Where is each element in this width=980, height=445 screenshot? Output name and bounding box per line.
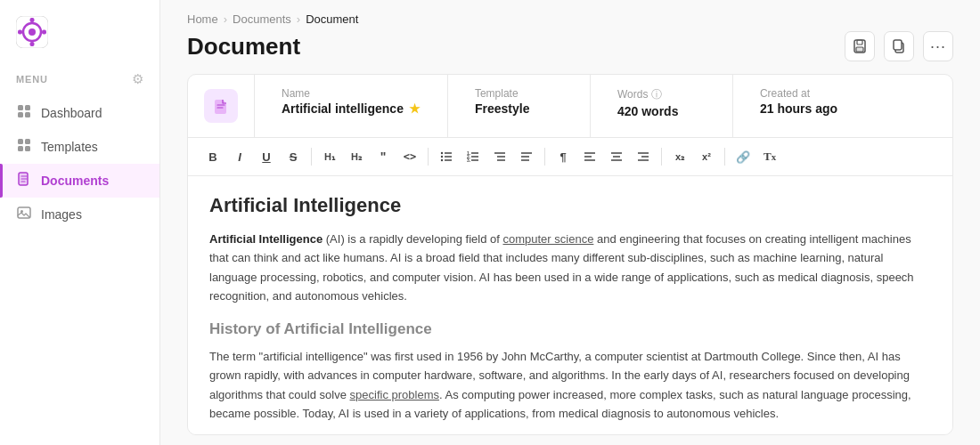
doc-heading-1: Artificial Intelligence	[209, 194, 931, 217]
copy-icon	[892, 39, 906, 53]
more-button[interactable]: ···	[923, 31, 953, 61]
breadcrumb-current: Document	[306, 12, 358, 26]
sidebar-item-documents-label: Documents	[41, 174, 109, 188]
doc-history-link[interactable]: specific problems	[350, 388, 439, 401]
main-content: Home › Documents › Document Document ···	[160, 0, 980, 445]
svg-rect-13	[18, 146, 23, 151]
blockquote-button[interactable]: "	[371, 144, 396, 169]
doc-template-field: Template Freestyle	[448, 75, 591, 137]
created-value: 21 hours ago	[760, 101, 926, 116]
superscript-button[interactable]: x²	[694, 144, 719, 169]
template-label: Template	[475, 87, 563, 100]
align-center-button[interactable]	[604, 144, 629, 169]
images-icon	[16, 206, 32, 223]
clear-format-button[interactable]: Tx	[757, 144, 782, 169]
align-right-button[interactable]	[631, 144, 656, 169]
doc-content: Artificial Intelligence Artificial Intel…	[188, 176, 952, 434]
name-label: Name	[282, 87, 421, 100]
italic-button[interactable]: I	[227, 144, 252, 169]
underline-button[interactable]: U	[254, 144, 279, 169]
indent-button[interactable]	[487, 144, 512, 169]
save-icon	[853, 39, 867, 53]
toolbar-sep-1	[311, 148, 312, 166]
document-card: Name Artificial intelligence ★ Template …	[187, 74, 953, 435]
svg-rect-7	[18, 105, 23, 110]
sidebar-item-templates[interactable]: Templates	[0, 130, 159, 164]
breadcrumb-sep-1: ›	[224, 12, 227, 26]
svg-point-29	[441, 156, 443, 158]
words-label: Words ⓘ	[617, 87, 706, 102]
svg-rect-10	[25, 112, 30, 117]
bold-button[interactable]: B	[200, 144, 225, 169]
link-button[interactable]: 🔗	[731, 144, 755, 169]
app-logo-icon	[16, 16, 48, 48]
svg-point-21	[20, 210, 23, 213]
svg-point-31	[441, 159, 443, 161]
svg-rect-4	[30, 42, 35, 46]
h2-button[interactable]: H₂	[344, 144, 369, 169]
svg-rect-26	[894, 40, 902, 50]
svg-rect-14	[25, 146, 30, 151]
sidebar-item-dashboard-label: Dashboard	[41, 106, 102, 120]
sidebar: MENU ⚙ Dashboard Templates Documents Im	[0, 0, 160, 445]
toolbar-sep-2	[428, 148, 429, 166]
doc-history-paragraph: The term "artificial intelligence" was f…	[209, 347, 931, 424]
words-value: 420 words	[617, 104, 706, 118]
sidebar-item-documents[interactable]: Documents	[0, 164, 159, 198]
doc-intro-bold: Artificial Intelligence	[209, 232, 323, 246]
doc-intro-link[interactable]: computer science	[502, 232, 593, 246]
svg-rect-3	[30, 18, 35, 22]
sidebar-menu-header: MENU ⚙	[0, 64, 159, 93]
doc-meta-row: Name Artificial intelligence ★ Template …	[188, 75, 952, 138]
sidebar-item-images-label: Images	[41, 207, 82, 222]
align-left-button[interactable]	[577, 144, 602, 169]
ol-button[interactable]: 1.2.3.	[461, 144, 486, 169]
star-icon[interactable]: ★	[409, 101, 421, 116]
menu-label: MENU	[16, 74, 48, 85]
template-value: Freestyle	[475, 101, 563, 116]
h1-button[interactable]: H₁	[317, 144, 342, 169]
toolbar-sep-3	[544, 148, 545, 166]
dashboard-icon	[16, 104, 32, 122]
page-title: Document	[187, 33, 300, 61]
strikethrough-button[interactable]: S	[281, 144, 306, 169]
paragraph-button[interactable]: ¶	[551, 144, 576, 169]
documents-icon	[16, 172, 32, 190]
sidebar-item-dashboard[interactable]: Dashboard	[0, 96, 159, 130]
header-actions: ···	[845, 31, 953, 61]
svg-rect-24	[856, 47, 863, 52]
save-button[interactable]	[845, 31, 875, 61]
svg-rect-6	[42, 30, 46, 35]
ul-button[interactable]	[434, 144, 459, 169]
sidebar-item-templates-label: Templates	[41, 140, 98, 154]
doc-meta-icon-cell	[188, 75, 255, 137]
name-text: Artificial intelligence	[282, 101, 404, 116]
outdent-button[interactable]	[514, 144, 539, 169]
svg-point-2	[29, 28, 36, 36]
settings-icon[interactable]: ⚙	[132, 71, 143, 87]
created-label: Created at	[760, 87, 926, 100]
breadcrumb-documents[interactable]: Documents	[233, 12, 291, 26]
breadcrumb-home[interactable]: Home	[187, 12, 218, 26]
info-icon: ⓘ	[651, 88, 662, 101]
code-button[interactable]: <>	[397, 144, 422, 169]
doc-type-icon	[204, 89, 238, 123]
doc-heading-2: History of Artificial Intelligence	[209, 320, 931, 338]
toolbar-sep-5	[724, 148, 725, 166]
name-value: Artificial intelligence ★	[282, 101, 421, 116]
svg-text:3.: 3.	[467, 158, 471, 163]
toolbar-sep-4	[661, 148, 662, 166]
sidebar-nav: Dashboard Templates Documents Images	[0, 93, 159, 235]
doc-intro-text-1: (AI) is a rapidly developing field of	[323, 232, 502, 246]
words-label-text: Words	[617, 88, 648, 101]
sidebar-item-images[interactable]: Images	[0, 198, 159, 231]
doc-name-field: Name Artificial intelligence ★	[255, 75, 448, 137]
copy-button[interactable]	[884, 31, 914, 61]
subscript-button[interactable]: x₂	[667, 144, 692, 169]
svg-rect-9	[18, 112, 23, 117]
svg-rect-11	[18, 139, 23, 144]
doc-toolbar: B I U S H₁ H₂ " <> 1.2.3. ¶	[188, 138, 952, 176]
breadcrumb-sep-2: ›	[297, 12, 300, 26]
breadcrumb: Home › Documents › Document	[160, 0, 980, 26]
svg-rect-5	[18, 30, 22, 35]
